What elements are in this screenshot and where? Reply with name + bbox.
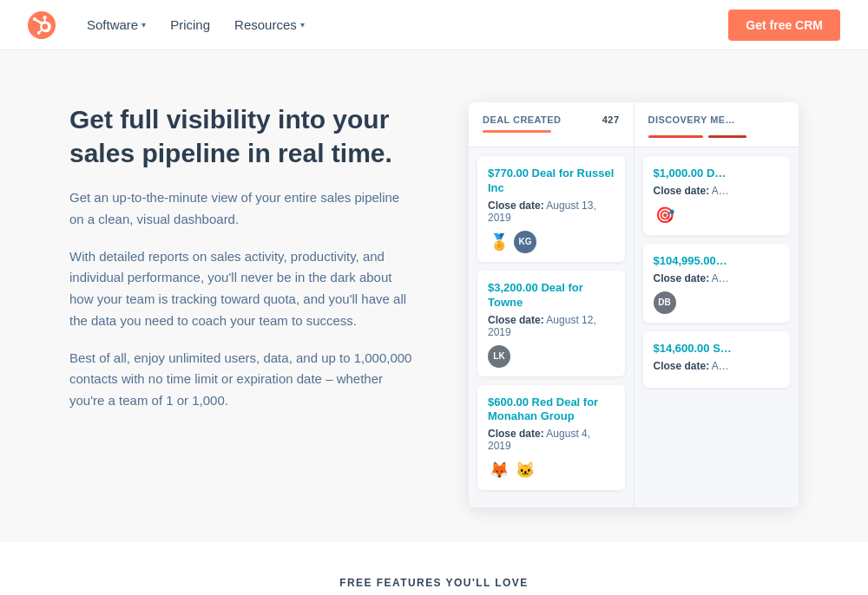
hero-text: Get full visibility into your sales pipe… xyxy=(69,102,417,428)
deal-date: Close date: A… xyxy=(654,360,780,372)
deal-avatars: LK xyxy=(488,345,615,368)
nav-resources[interactable]: Resources ▾ xyxy=(224,10,315,39)
pipeline-columns-header: DEAL CREATED 427 DISCOVERY ME… xyxy=(469,102,799,147)
pipeline-columns: $770.00 Deal for Russel Inc Close date: … xyxy=(469,147,799,507)
avatar-fox-icon: 🦊 xyxy=(488,459,510,481)
col-header-discovery: DISCOVERY ME… xyxy=(635,102,799,147)
avatar-target-icon: 🎯 xyxy=(654,204,676,226)
deal-avatars: DB xyxy=(654,291,780,314)
deal-title: $1,000.00 D… xyxy=(654,167,780,181)
col-header-deal-created: DEAL CREATED 427 xyxy=(469,102,635,147)
deal-card-discovery-3: $14,600.00 S… Close date: A… xyxy=(643,331,791,388)
deal-date: Close date: August 12, 2019 xyxy=(488,314,615,338)
avatar-kg: KG xyxy=(514,231,536,253)
deal-card-towne: $3,200.00 Deal for Towne Close date: Aug… xyxy=(477,271,625,376)
hubspot-logo xyxy=(28,11,56,39)
deal-card-discovery-2: $104,995.00… Close date: A… DB xyxy=(643,244,791,323)
deal-date: Close date: August 13, 2019 xyxy=(488,199,615,224)
deal-card-russel: $770.00 Deal for Russel Inc Close date: … xyxy=(477,156,625,262)
hero-paragraph-3: Best of all, enjoy unlimited users, data… xyxy=(69,348,417,412)
col-progress-bar-orange xyxy=(483,130,551,133)
deal-avatars: 🎯 xyxy=(654,204,780,226)
avatar-db: DB xyxy=(654,291,676,314)
deal-title: $14,600.00 S… xyxy=(654,342,780,356)
deal-card-monahan: $600.00 Red Deal for Monahan Group Close… xyxy=(477,385,625,491)
main-section: Get full visibility into your sales pipe… xyxy=(0,50,868,542)
get-free-crm-button[interactable]: Get free CRM xyxy=(728,10,840,41)
chevron-down-icon: ▾ xyxy=(141,20,146,29)
deal-title: $770.00 Deal for Russel Inc xyxy=(488,167,615,196)
avatar-cat-icon: 🐱 xyxy=(514,459,536,481)
deal-avatars: 🏅 KG xyxy=(488,231,615,253)
deal-created-column: $770.00 Deal for Russel Inc Close date: … xyxy=(469,147,635,507)
col-progress-bar-red2 xyxy=(708,135,746,138)
hero-paragraph-1: Get an up-to-the-minute view of your ent… xyxy=(69,187,417,231)
deal-date: Close date: August 4, 2019 xyxy=(488,428,615,452)
nav-software[interactable]: Software ▾ xyxy=(76,10,156,39)
deal-title: $600.00 Red Deal for Monahan Group xyxy=(488,396,615,425)
avatar-medal-icon: 🏅 xyxy=(488,231,510,253)
features-title: FREE FEATURES YOU'LL LOVE xyxy=(69,577,799,589)
chevron-down-icon: ▾ xyxy=(300,20,305,29)
deal-date: Close date: A… xyxy=(654,272,780,284)
deal-date: Close date: A… xyxy=(654,185,780,197)
navbar-nav: Software ▾ Pricing Resources ▾ xyxy=(76,10,728,39)
hero-headline: Get full visibility into your sales pipe… xyxy=(69,102,417,170)
col-progress-bar-red1 xyxy=(648,135,703,138)
deal-title: $104,995.00… xyxy=(654,254,780,269)
discovery-column: $1,000.00 D… Close date: A… 🎯 $104,995.0… xyxy=(635,147,799,507)
navbar: Software ▾ Pricing Resources ▾ Get free … xyxy=(0,0,868,50)
deal-title: $3,200.00 Deal for Towne xyxy=(488,281,615,311)
hero-paragraph-2: With detailed reports on sales activity,… xyxy=(69,246,417,332)
avatar-lk: LK xyxy=(488,345,510,368)
deal-avatars: 🦊 🐱 xyxy=(488,459,615,481)
sales-pipeline-dashboard: DEAL CREATED 427 DISCOVERY ME… $770.00 D… xyxy=(469,102,799,507)
deal-card-discovery-1: $1,000.00 D… Close date: A… 🎯 xyxy=(643,156,791,235)
nav-pricing[interactable]: Pricing xyxy=(160,10,220,39)
features-section: FREE FEATURES YOU'LL LOVE Reporting dash… xyxy=(0,542,868,595)
